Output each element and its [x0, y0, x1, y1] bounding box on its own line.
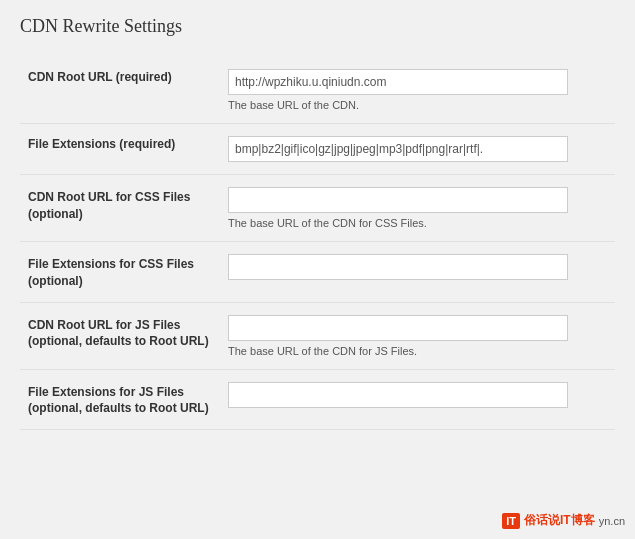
field-description-cdn_root_url_css: The base URL of the CDN for CSS Files. [228, 217, 607, 229]
watermark-domain: yn.cn [599, 515, 625, 527]
field-label-cdn_root_url_js: CDN Root URL for JS Files (optional, def… [20, 302, 220, 369]
page-container: CDN Rewrite Settings CDN Root URL (requi… [0, 0, 635, 539]
settings-row: File Extensions for CSS Files (optional) [20, 242, 615, 303]
settings-row: CDN Root URL for JS Files (optional, def… [20, 302, 615, 369]
field-label-cdn_root_url: CDN Root URL (required) [20, 57, 220, 124]
field-description-cdn_root_url_js: The base URL of the CDN for JS Files. [228, 345, 607, 357]
input-cdn_root_url_css[interactable] [228, 187, 568, 213]
field-cell-cdn_root_url_js: The base URL of the CDN for JS Files. [220, 302, 615, 369]
settings-row: CDN Root URL (required)The base URL of t… [20, 57, 615, 124]
input-file_extensions_css[interactable] [228, 254, 568, 280]
field-cell-file_extensions_js [220, 369, 615, 430]
field-cell-cdn_root_url: The base URL of the CDN. [220, 57, 615, 124]
settings-row: File Extensions (required) [20, 124, 615, 175]
settings-row: File Extensions for JS Files (optional, … [20, 369, 615, 430]
field-label-file_extensions_js: File Extensions for JS Files (optional, … [20, 369, 220, 430]
watermark-icon: IT [502, 513, 520, 529]
field-cell-file_extensions_css [220, 242, 615, 303]
field-cell-file_extensions [220, 124, 615, 175]
input-file_extensions_js[interactable] [228, 382, 568, 408]
settings-table: CDN Root URL (required)The base URL of t… [20, 57, 615, 430]
input-file_extensions[interactable] [228, 136, 568, 162]
field-cell-cdn_root_url_css: The base URL of the CDN for CSS Files. [220, 175, 615, 242]
input-cdn_root_url_js[interactable] [228, 315, 568, 341]
settings-row: CDN Root URL for CSS Files (optional)The… [20, 175, 615, 242]
field-label-file_extensions: File Extensions (required) [20, 124, 220, 175]
field-label-file_extensions_css: File Extensions for CSS Files (optional) [20, 242, 220, 303]
field-description-cdn_root_url: The base URL of the CDN. [228, 99, 607, 111]
watermark-brand: 俗话说IT博客 [524, 512, 595, 529]
watermark: IT 俗话说IT博客 yn.cn [502, 512, 625, 529]
field-label-cdn_root_url_css: CDN Root URL for CSS Files (optional) [20, 175, 220, 242]
input-cdn_root_url[interactable] [228, 69, 568, 95]
page-title: CDN Rewrite Settings [20, 16, 615, 37]
